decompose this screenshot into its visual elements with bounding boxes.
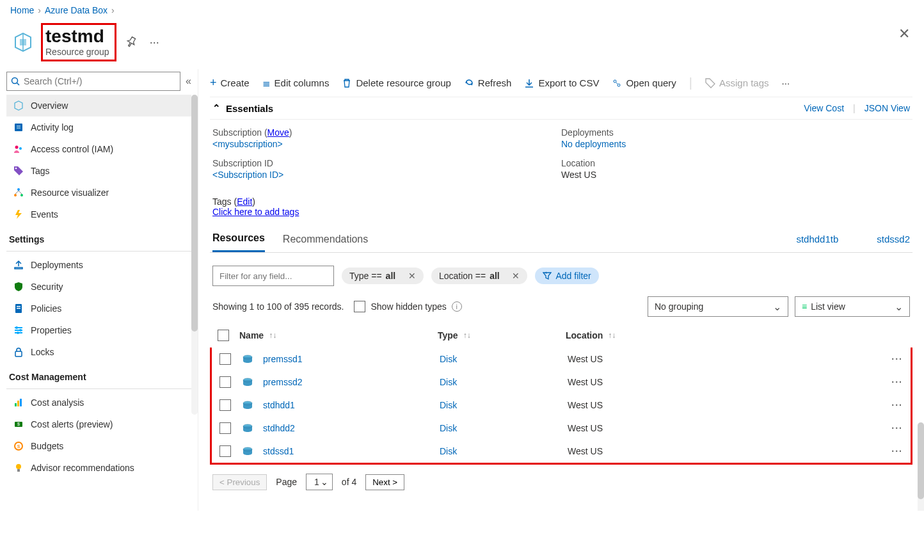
sidebar-item-overview[interactable]: Overview — [6, 95, 191, 116]
subscription-value[interactable]: <mysubscription> — [212, 139, 283, 149]
resource-name-link[interactable]: stdhdd1 — [263, 400, 295, 410]
row-more-button[interactable]: ··· — [891, 423, 903, 433]
table-row[interactable]: stdhdd2DiskWest US··· — [212, 417, 911, 440]
json-view-link[interactable]: JSON View — [864, 103, 910, 113]
sidebar-item-security[interactable]: Security — [6, 276, 191, 298]
extra-link-2[interactable]: stdssd2 — [877, 234, 910, 244]
main-scrollbar[interactable] — [918, 422, 924, 511]
breadcrumb: Home › Azure Data Box › — [0, 0, 924, 20]
row-checkbox[interactable] — [219, 422, 231, 434]
sidebar-item-locks[interactable]: Locks — [6, 341, 191, 363]
refresh-button[interactable]: Refresh — [464, 77, 512, 88]
close-icon[interactable]: ✕ — [408, 271, 416, 281]
svg-line-2 — [17, 83, 20, 86]
table-row[interactable]: premssd2DiskWest US··· — [212, 371, 911, 394]
column-type[interactable]: Type — [438, 330, 458, 340]
view-cost-link[interactable]: View Cost — [804, 103, 844, 113]
row-checkbox[interactable] — [219, 399, 231, 411]
delete-button[interactable]: Delete resource group — [342, 77, 450, 88]
breadcrumb-home[interactable]: Home — [10, 5, 34, 15]
sidebar-item-policies[interactable]: Policies — [6, 298, 191, 319]
edit-tags-link[interactable]: Edit — [237, 196, 252, 207]
row-more-button[interactable]: ··· — [891, 354, 903, 364]
sidebar-item-activity-log[interactable]: Activity log — [6, 116, 191, 138]
info-icon[interactable]: i — [452, 301, 462, 312]
sort-icon[interactable]: ↑↓ — [463, 331, 471, 340]
sidebar-search[interactable] — [6, 72, 180, 91]
sidebar-item-cost-alerts[interactable]: $Cost alerts (preview) — [6, 413, 191, 435]
sidebar-item-label: Activity log — [31, 122, 74, 132]
type-filter-pill[interactable]: Type == all ✕ — [342, 268, 424, 284]
add-filter-button[interactable]: +Add filter — [535, 268, 598, 284]
column-location[interactable]: Location — [566, 330, 603, 340]
toolbar-more-button[interactable]: ··· — [782, 77, 790, 88]
sidebar-item-events[interactable]: Events — [6, 204, 191, 225]
column-name[interactable]: Name — [239, 330, 264, 340]
close-icon[interactable]: ✕ — [512, 271, 520, 281]
sidebar-item-tags[interactable]: Tags — [6, 160, 191, 182]
location-filter-pill[interactable]: Location == all ✕ — [431, 268, 528, 284]
sort-icon[interactable]: ↑↓ — [269, 331, 276, 340]
row-more-button[interactable]: ··· — [891, 400, 903, 410]
sidebar-search-input[interactable] — [24, 76, 176, 86]
row-more-button[interactable]: ··· — [891, 377, 903, 387]
more-button[interactable]: ··· — [146, 33, 163, 52]
view-select[interactable]: ≡List view — [795, 296, 910, 317]
sidebar-item-label: Cost analysis — [31, 397, 84, 408]
row-checkbox[interactable] — [219, 376, 231, 388]
resource-name-link[interactable]: premssd1 — [263, 354, 302, 364]
sidebar-item-advisor[interactable]: Advisor recommendations — [6, 457, 191, 479]
sidebar-item-properties[interactable]: Properties — [6, 319, 191, 341]
export-csv-button[interactable]: Export to CSV — [524, 77, 599, 88]
svg-text:$: $ — [17, 444, 20, 449]
open-query-button[interactable]: Open query — [612, 77, 676, 88]
sidebar-scrollbar[interactable] — [191, 95, 198, 415]
subscription-id-value[interactable]: <Subscription ID> — [212, 170, 283, 180]
move-link[interactable]: Move — [267, 127, 289, 138]
resource-name-link[interactable]: stdhdd2 — [263, 423, 295, 433]
tab-recommendations[interactable]: Recommendations — [283, 227, 368, 252]
resource-type-link[interactable]: Disk — [440, 377, 457, 387]
tab-resources[interactable]: Resources — [212, 226, 265, 252]
add-tags-link[interactable]: Click here to add tags — [212, 207, 299, 217]
sidebar-item-budgets[interactable]: $Budgets — [6, 435, 191, 457]
sidebar-item-deployments[interactable]: Deployments — [6, 254, 191, 276]
breadcrumb-service[interactable]: Azure Data Box — [45, 5, 108, 15]
create-button[interactable]: +Create — [210, 76, 250, 90]
sidebar-item-access-control[interactable]: Access control (IAM) — [6, 138, 191, 160]
table-row[interactable]: stdhdd1DiskWest US··· — [212, 394, 911, 417]
security-icon — [13, 281, 24, 292]
select-all-checkbox[interactable] — [218, 330, 229, 341]
sort-icon[interactable]: ↑↓ — [608, 331, 616, 340]
filter-input[interactable] — [212, 266, 334, 286]
svg-point-33 — [614, 80, 616, 83]
row-checkbox[interactable] — [219, 445, 231, 457]
deployments-value[interactable]: No deployments — [561, 139, 626, 149]
assign-tags-button[interactable]: Assign tags — [705, 77, 769, 88]
resource-type-link[interactable]: Disk — [440, 446, 457, 456]
download-icon — [524, 78, 534, 88]
table-row[interactable]: stdssd1DiskWest US··· — [212, 440, 911, 463]
close-button[interactable]: ✕ — [895, 23, 914, 45]
sidebar-item-resource-visualizer[interactable]: Resource visualizer — [6, 182, 191, 204]
grouping-select[interactable]: No grouping — [648, 296, 788, 317]
resource-type-link[interactable]: Disk — [440, 400, 457, 410]
deployments-icon — [13, 259, 24, 271]
resource-type-link[interactable]: Disk — [440, 423, 457, 433]
show-hidden-checkbox[interactable] — [354, 301, 365, 312]
resource-name-link[interactable]: premssd2 — [263, 377, 302, 387]
prev-page-button[interactable]: < Previous — [212, 474, 267, 490]
sidebar-item-cost-analysis[interactable]: Cost analysis — [6, 392, 191, 413]
resource-type-link[interactable]: Disk — [440, 354, 457, 364]
page-select[interactable]: 1 — [306, 474, 333, 490]
collapse-sidebar-button[interactable]: « — [186, 76, 191, 87]
next-page-button[interactable]: Next > — [365, 474, 404, 490]
resource-name-link[interactable]: stdssd1 — [263, 446, 294, 456]
table-row[interactable]: premssd1DiskWest US··· — [212, 348, 911, 371]
pin-button[interactable] — [122, 34, 141, 51]
essentials-toggle[interactable]: ⌃Essentials — [212, 102, 273, 114]
edit-columns-button[interactable]: ≣Edit columns — [262, 77, 330, 89]
extra-link-1[interactable]: stdhdd1tb — [796, 234, 838, 244]
row-checkbox[interactable] — [219, 353, 231, 365]
row-more-button[interactable]: ··· — [891, 446, 903, 456]
